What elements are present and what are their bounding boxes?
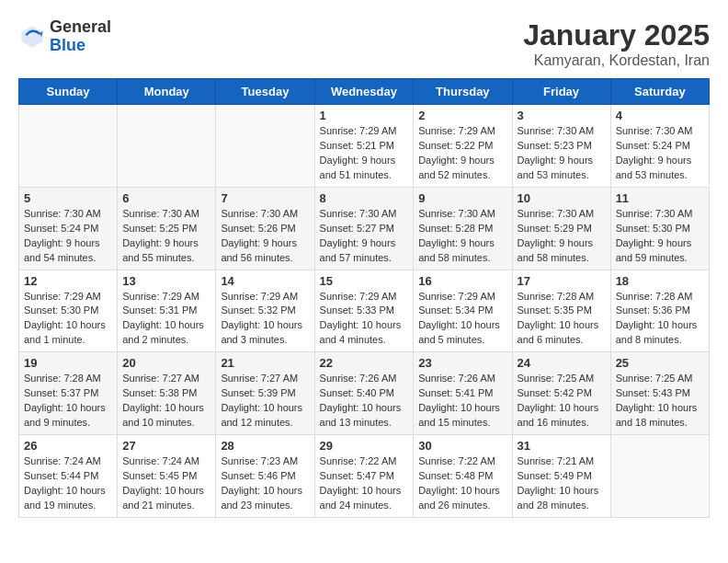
calendar-cell	[118, 105, 216, 188]
day-number: 16	[418, 274, 506, 288]
weekday-header-friday: Friday	[512, 79, 610, 105]
day-number: 18	[616, 274, 704, 288]
day-info: Sunrise: 7:30 AM Sunset: 5:25 PM Dayligh…	[122, 207, 210, 266]
day-number: 1	[320, 109, 409, 122]
calendar-cell: 26Sunrise: 7:24 AM Sunset: 5:44 PM Dayli…	[19, 435, 118, 518]
day-info: Sunrise: 7:30 AM Sunset: 5:24 PM Dayligh…	[24, 207, 112, 266]
day-number: 23	[418, 356, 506, 370]
day-number: 8	[320, 191, 409, 205]
weekday-header-tuesday: Tuesday	[216, 79, 314, 105]
week-row-2: 5Sunrise: 7:30 AM Sunset: 5:24 PM Daylig…	[19, 187, 710, 270]
day-number: 30	[418, 439, 506, 453]
calendar-cell: 1Sunrise: 7:29 AM Sunset: 5:21 PM Daylig…	[314, 105, 414, 188]
day-info: Sunrise: 7:26 AM Sunset: 5:41 PM Dayligh…	[418, 372, 506, 431]
day-number: 28	[221, 439, 309, 453]
weekday-header-sunday: Sunday	[19, 79, 118, 105]
location-subtitle: Kamyaran, Kordestan, Iran	[523, 52, 710, 69]
calendar-cell: 10Sunrise: 7:30 AM Sunset: 5:29 PM Dayli…	[512, 187, 610, 270]
calendar-cell: 14Sunrise: 7:29 AM Sunset: 5:32 PM Dayli…	[216, 270, 314, 352]
day-info: Sunrise: 7:30 AM Sunset: 5:26 PM Dayligh…	[221, 207, 309, 266]
calendar-cell: 29Sunrise: 7:22 AM Sunset: 5:47 PM Dayli…	[314, 435, 414, 518]
day-number: 27	[122, 439, 210, 453]
week-row-4: 19Sunrise: 7:28 AM Sunset: 5:37 PM Dayli…	[19, 352, 710, 435]
day-info: Sunrise: 7:28 AM Sunset: 5:36 PM Dayligh…	[616, 290, 704, 349]
day-info: Sunrise: 7:29 AM Sunset: 5:34 PM Dayligh…	[418, 290, 506, 349]
title-block: January 2025 Kamyaran, Kordestan, Iran	[523, 18, 710, 69]
day-number: 2	[418, 109, 506, 122]
weekday-header-wednesday: Wednesday	[314, 79, 414, 105]
weekday-header-row: SundayMondayTuesdayWednesdayThursdayFrid…	[19, 79, 710, 105]
day-info: Sunrise: 7:30 AM Sunset: 5:29 PM Dayligh…	[518, 207, 606, 266]
day-number: 26	[24, 439, 112, 453]
day-number: 22	[320, 356, 409, 370]
calendar-cell: 30Sunrise: 7:22 AM Sunset: 5:48 PM Dayli…	[414, 435, 512, 518]
day-info: Sunrise: 7:27 AM Sunset: 5:38 PM Dayligh…	[122, 372, 210, 431]
day-info: Sunrise: 7:29 AM Sunset: 5:22 PM Dayligh…	[418, 124, 506, 183]
calendar-cell: 12Sunrise: 7:29 AM Sunset: 5:30 PM Dayli…	[19, 270, 118, 352]
day-info: Sunrise: 7:29 AM Sunset: 5:21 PM Dayligh…	[320, 124, 409, 183]
day-info: Sunrise: 7:29 AM Sunset: 5:31 PM Dayligh…	[122, 290, 210, 349]
calendar-cell: 24Sunrise: 7:25 AM Sunset: 5:42 PM Dayli…	[512, 352, 610, 435]
calendar-cell: 17Sunrise: 7:28 AM Sunset: 5:35 PM Dayli…	[512, 270, 610, 352]
calendar-cell: 13Sunrise: 7:29 AM Sunset: 5:31 PM Dayli…	[118, 270, 216, 352]
day-info: Sunrise: 7:30 AM Sunset: 5:30 PM Dayligh…	[616, 207, 704, 266]
calendar-cell: 28Sunrise: 7:23 AM Sunset: 5:46 PM Dayli…	[216, 435, 314, 518]
calendar-cell: 8Sunrise: 7:30 AM Sunset: 5:27 PM Daylig…	[314, 187, 414, 270]
calendar-cell: 25Sunrise: 7:25 AM Sunset: 5:43 PM Dayli…	[610, 352, 709, 435]
week-row-1: 1Sunrise: 7:29 AM Sunset: 5:21 PM Daylig…	[19, 105, 710, 188]
day-info: Sunrise: 7:30 AM Sunset: 5:27 PM Dayligh…	[320, 207, 409, 266]
day-info: Sunrise: 7:30 AM Sunset: 5:23 PM Dayligh…	[518, 124, 606, 183]
day-number: 29	[320, 439, 409, 453]
calendar-cell: 5Sunrise: 7:30 AM Sunset: 5:24 PM Daylig…	[19, 187, 118, 270]
logo: General Blue	[18, 18, 111, 55]
day-number: 25	[616, 356, 704, 370]
day-number: 5	[24, 191, 112, 205]
weekday-header-saturday: Saturday	[610, 79, 709, 105]
day-info: Sunrise: 7:22 AM Sunset: 5:48 PM Dayligh…	[418, 454, 506, 513]
calendar-cell: 22Sunrise: 7:26 AM Sunset: 5:40 PM Dayli…	[314, 352, 414, 435]
day-info: Sunrise: 7:27 AM Sunset: 5:39 PM Dayligh…	[221, 372, 309, 431]
day-number: 17	[518, 274, 606, 288]
weekday-header-monday: Monday	[118, 79, 216, 105]
calendar-cell: 19Sunrise: 7:28 AM Sunset: 5:37 PM Dayli…	[19, 352, 118, 435]
week-row-5: 26Sunrise: 7:24 AM Sunset: 5:44 PM Dayli…	[19, 435, 710, 518]
day-info: Sunrise: 7:29 AM Sunset: 5:33 PM Dayligh…	[320, 290, 409, 349]
day-info: Sunrise: 7:29 AM Sunset: 5:30 PM Dayligh…	[24, 290, 112, 349]
calendar-cell	[19, 105, 118, 188]
calendar-cell: 16Sunrise: 7:29 AM Sunset: 5:34 PM Dayli…	[414, 270, 512, 352]
calendar-table: SundayMondayTuesdayWednesdayThursdayFrid…	[18, 78, 710, 518]
calendar-cell: 9Sunrise: 7:30 AM Sunset: 5:28 PM Daylig…	[414, 187, 512, 270]
day-info: Sunrise: 7:30 AM Sunset: 5:24 PM Dayligh…	[616, 124, 704, 183]
day-info: Sunrise: 7:25 AM Sunset: 5:43 PM Dayligh…	[616, 372, 704, 431]
day-info: Sunrise: 7:25 AM Sunset: 5:42 PM Dayligh…	[518, 372, 606, 431]
calendar-cell: 15Sunrise: 7:29 AM Sunset: 5:33 PM Dayli…	[314, 270, 414, 352]
day-info: Sunrise: 7:26 AM Sunset: 5:40 PM Dayligh…	[320, 372, 409, 431]
day-number: 21	[221, 356, 309, 370]
day-number: 6	[122, 191, 210, 205]
day-number: 14	[221, 274, 309, 288]
month-title: January 2025	[523, 18, 710, 52]
day-info: Sunrise: 7:28 AM Sunset: 5:35 PM Dayligh…	[518, 290, 606, 349]
day-number: 4	[616, 109, 704, 122]
day-number: 3	[518, 109, 606, 122]
logo-text: General Blue	[50, 18, 111, 55]
day-info: Sunrise: 7:30 AM Sunset: 5:28 PM Dayligh…	[418, 207, 506, 266]
day-info: Sunrise: 7:24 AM Sunset: 5:44 PM Dayligh…	[24, 454, 112, 513]
calendar-cell: 31Sunrise: 7:21 AM Sunset: 5:49 PM Dayli…	[512, 435, 610, 518]
calendar-cell: 11Sunrise: 7:30 AM Sunset: 5:30 PM Dayli…	[610, 187, 709, 270]
day-number: 13	[122, 274, 210, 288]
calendar-cell: 3Sunrise: 7:30 AM Sunset: 5:23 PM Daylig…	[512, 105, 610, 188]
calendar-cell: 18Sunrise: 7:28 AM Sunset: 5:36 PM Dayli…	[610, 270, 709, 352]
calendar-cell: 27Sunrise: 7:24 AM Sunset: 5:45 PM Dayli…	[118, 435, 216, 518]
calendar-cell: 7Sunrise: 7:30 AM Sunset: 5:26 PM Daylig…	[216, 187, 314, 270]
day-info: Sunrise: 7:23 AM Sunset: 5:46 PM Dayligh…	[221, 454, 309, 513]
week-row-3: 12Sunrise: 7:29 AM Sunset: 5:30 PM Dayli…	[19, 270, 710, 352]
weekday-header-thursday: Thursday	[414, 79, 512, 105]
day-number: 20	[122, 356, 210, 370]
day-info: Sunrise: 7:22 AM Sunset: 5:47 PM Dayligh…	[320, 454, 409, 513]
calendar-cell	[610, 435, 709, 518]
day-number: 19	[24, 356, 112, 370]
day-number: 12	[24, 274, 112, 288]
calendar-cell: 6Sunrise: 7:30 AM Sunset: 5:25 PM Daylig…	[118, 187, 216, 270]
calendar-cell: 2Sunrise: 7:29 AM Sunset: 5:22 PM Daylig…	[414, 105, 512, 188]
